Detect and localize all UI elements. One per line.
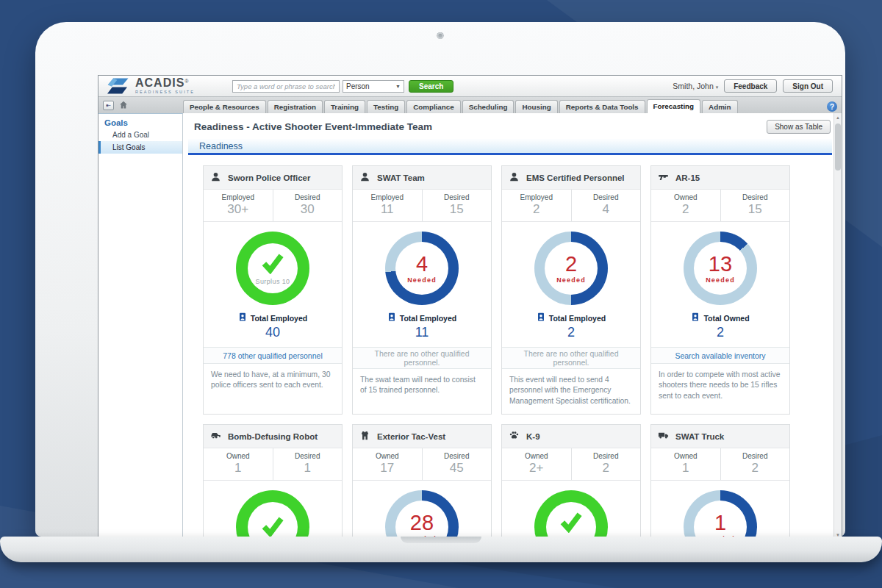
stat-label: Desired <box>423 452 492 460</box>
tab-people-resources[interactable]: People & Resources <box>183 100 266 113</box>
stat-value: 1 <box>204 461 273 476</box>
search-input[interactable] <box>232 80 340 93</box>
needed-value: 2 <box>565 254 577 275</box>
card-stats: Owned2+Desired2 <box>502 448 640 481</box>
stat-desired: Desired2 <box>571 448 641 480</box>
stat-value: 17 <box>353 461 422 476</box>
total-section: Total Employed11 <box>353 305 491 340</box>
sidebar-item-add-a-goal[interactable]: Add a Goal <box>98 129 182 141</box>
donut-chart-area: Surplus 10 <box>204 222 342 305</box>
tab-housing[interactable]: Housing <box>515 100 557 113</box>
card-stats: Employed11Desired15 <box>353 190 491 222</box>
card-description: In order to compete with most active sho… <box>651 364 789 409</box>
card-stats: Owned1Desired1 <box>204 448 342 481</box>
tab-testing[interactable]: Testing <box>367 100 405 113</box>
donut-chart-area: Surplus 12 <box>502 481 640 539</box>
card-header: Exterior Tac-Vest <box>353 425 491 448</box>
person-icon <box>509 171 520 184</box>
stat-label: Desired <box>273 452 343 460</box>
tab-scheduling[interactable]: Scheduling <box>462 100 514 113</box>
nav-tabs: People & ResourcesRegistrationTrainingTe… <box>183 99 738 113</box>
card-stats: Owned2Desired15 <box>651 190 789 222</box>
stat-value: 45 <box>423 461 492 476</box>
check-icon <box>559 511 584 534</box>
search-button[interactable]: Search <box>409 80 453 93</box>
stat-owned: Owned17 <box>353 448 422 480</box>
card-footer-link[interactable]: 778 other qualified personnel <box>204 347 342 364</box>
tab-compliance[interactable]: Compliance <box>406 100 461 113</box>
total-section: Total Employed40 <box>204 305 342 340</box>
show-as-table-button[interactable]: Show as Table <box>767 120 831 134</box>
feedback-button[interactable]: Feedback <box>724 79 777 93</box>
sidebar-header-goals[interactable]: Goals <box>98 117 182 129</box>
laptop-lid: ACADIS® READINESS SUITE Person ▼ Search … <box>35 22 845 537</box>
paw-icon <box>509 430 520 442</box>
stat-owned: Owned1 <box>651 448 720 480</box>
stat-desired: Desired45 <box>422 448 492 480</box>
needed-value: 1 <box>714 512 726 534</box>
surplus-label: Surplus 10 <box>255 278 290 285</box>
browser-screen: ACADIS® READINESS SUITE Person ▼ Search … <box>98 75 842 540</box>
robot-icon <box>210 430 221 442</box>
donut-center <box>248 502 298 539</box>
needed-label: Needed <box>706 276 735 284</box>
card-header: Sworn Police Officer <box>204 166 342 190</box>
laptop-camera <box>437 32 444 39</box>
stat-value: 1 <box>273 461 343 476</box>
logo-subtitle: READINESS SUITE <box>135 90 195 95</box>
stat-value: 30 <box>273 202 343 217</box>
truck-icon <box>658 430 669 442</box>
stat-label: Owned <box>651 452 720 460</box>
card-description: This event will need to send 4 personnel… <box>502 369 640 414</box>
stat-value: 2 <box>502 202 571 217</box>
needed-label: Needed <box>556 276 586 284</box>
search-category-select[interactable]: Person ▼ <box>343 80 404 93</box>
tab-forecasting[interactable]: Forecasting <box>647 99 701 113</box>
rifle-icon <box>658 171 669 184</box>
tab-reports-data-tools[interactable]: Reports & Data Tools <box>559 100 645 113</box>
needed-label: Needed <box>407 276 437 284</box>
stat-value: 15 <box>423 202 492 217</box>
donut-chart: 13Needed <box>684 232 757 305</box>
donut-chart: Surplus 10 <box>236 232 309 305</box>
scroll-up-icon[interactable]: ▲ <box>834 113 842 122</box>
donut-chart <box>236 490 309 539</box>
acadis-logo-icon <box>106 77 131 95</box>
stat-value: 4 <box>572 202 641 217</box>
stat-label: Employed <box>353 193 422 201</box>
total-badge-icon <box>691 312 700 323</box>
stat-value: 15 <box>721 202 790 217</box>
sidebar-item-list-goals[interactable]: List Goals <box>98 141 182 154</box>
user-menu[interactable]: Smith, John ▾ <box>673 82 718 90</box>
acadis-logo: ACADIS® READINESS SUITE <box>98 77 232 95</box>
stat-employed: Employed2 <box>502 190 571 221</box>
stat-value: 30+ <box>204 202 273 217</box>
scrollbar-thumb[interactable] <box>835 123 841 171</box>
resource-card-swat-team: SWAT TeamEmployed11Desired154NeededTotal… <box>352 165 492 415</box>
card-title: SWAT Team <box>377 173 425 182</box>
card-footer-link[interactable]: Search available inventory <box>651 347 789 364</box>
signout-button[interactable]: Sign Out <box>783 79 833 93</box>
card-header: AR-15 <box>651 166 789 190</box>
card-title: Sworn Police Officer <box>228 173 310 182</box>
stat-label: Desired <box>572 452 641 460</box>
stat-value: 2 <box>651 202 720 217</box>
collapse-sidebar-icon[interactable]: ⇤ <box>103 101 114 110</box>
card-footer-note: There are no other qualified personnel. <box>502 347 640 369</box>
card-header: EMS Certified Personnel <box>502 166 640 190</box>
stat-desired: Desired2 <box>720 448 790 480</box>
tab-training[interactable]: Training <box>324 100 365 113</box>
home-icon[interactable] <box>118 100 129 111</box>
card-header: Bomb-Defusing Robot <box>204 425 342 448</box>
goals-sidebar: Goals Add a GoalList Goals <box>98 113 183 539</box>
stat-owned: Owned2 <box>651 190 720 221</box>
tab-registration[interactable]: Registration <box>268 100 323 113</box>
tab-admin[interactable]: Admin <box>702 100 737 113</box>
help-icon[interactable]: ? <box>827 101 837 112</box>
total-section: Total Owned2 <box>651 305 789 340</box>
vertical-scrollbar[interactable]: ▲ ▼ <box>833 113 842 539</box>
donut-chart: 4Needed <box>385 232 459 305</box>
stat-employed: Employed30+ <box>204 190 273 221</box>
check-icon <box>260 252 285 276</box>
person-icon <box>359 171 370 184</box>
